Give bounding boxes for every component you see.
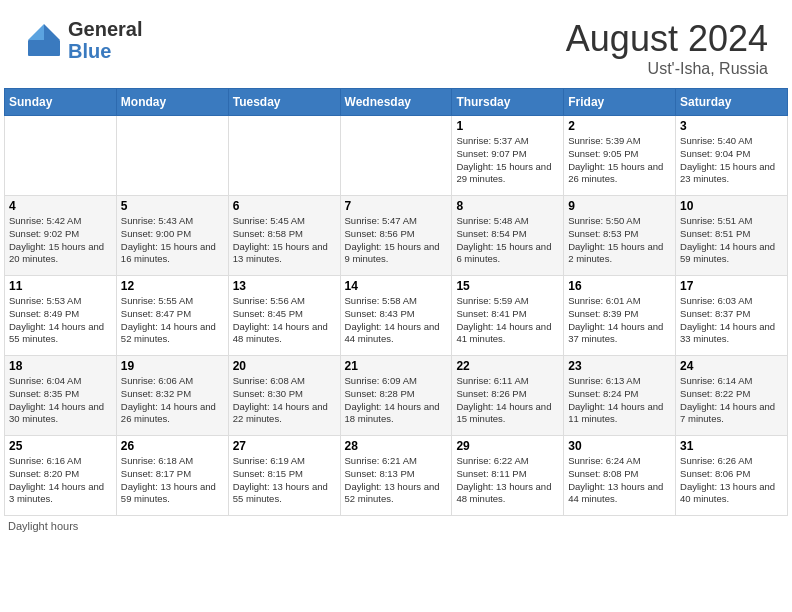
day-number: 24: [680, 359, 783, 373]
calendar-cell: 6Sunrise: 5:45 AM Sunset: 8:58 PM Daylig…: [228, 196, 340, 276]
footer-note: Daylight hours: [0, 516, 792, 536]
calendar-cell: 1Sunrise: 5:37 AM Sunset: 9:07 PM Daylig…: [452, 116, 564, 196]
day-number: 15: [456, 279, 559, 293]
page-header: General Blue August 2024 Ust'-Isha, Russ…: [0, 0, 792, 88]
calendar-cell: 8Sunrise: 5:48 AM Sunset: 8:54 PM Daylig…: [452, 196, 564, 276]
day-number: 7: [345, 199, 448, 213]
day-info: Sunrise: 5:45 AM Sunset: 8:58 PM Dayligh…: [233, 215, 336, 266]
calendar-day-header: Tuesday: [228, 89, 340, 116]
day-info: Sunrise: 5:47 AM Sunset: 8:56 PM Dayligh…: [345, 215, 448, 266]
calendar-day-header: Friday: [564, 89, 676, 116]
day-number: 26: [121, 439, 224, 453]
calendar-day-header: Sunday: [5, 89, 117, 116]
logo-text: General Blue: [68, 18, 142, 62]
day-info: Sunrise: 5:43 AM Sunset: 9:00 PM Dayligh…: [121, 215, 224, 266]
calendar-cell: 25Sunrise: 6:16 AM Sunset: 8:20 PM Dayli…: [5, 436, 117, 516]
day-info: Sunrise: 6:24 AM Sunset: 8:08 PM Dayligh…: [568, 455, 671, 506]
logo-icon: [24, 20, 64, 60]
day-info: Sunrise: 6:09 AM Sunset: 8:28 PM Dayligh…: [345, 375, 448, 426]
day-info: Sunrise: 6:11 AM Sunset: 8:26 PM Dayligh…: [456, 375, 559, 426]
day-info: Sunrise: 6:22 AM Sunset: 8:11 PM Dayligh…: [456, 455, 559, 506]
day-number: 5: [121, 199, 224, 213]
day-info: Sunrise: 5:58 AM Sunset: 8:43 PM Dayligh…: [345, 295, 448, 346]
calendar-cell: 27Sunrise: 6:19 AM Sunset: 8:15 PM Dayli…: [228, 436, 340, 516]
calendar-cell: 16Sunrise: 6:01 AM Sunset: 8:39 PM Dayli…: [564, 276, 676, 356]
logo: General Blue: [24, 18, 142, 62]
day-info: Sunrise: 6:04 AM Sunset: 8:35 PM Dayligh…: [9, 375, 112, 426]
day-number: 10: [680, 199, 783, 213]
day-number: 17: [680, 279, 783, 293]
calendar-cell: 31Sunrise: 6:26 AM Sunset: 8:06 PM Dayli…: [676, 436, 788, 516]
day-info: Sunrise: 5:55 AM Sunset: 8:47 PM Dayligh…: [121, 295, 224, 346]
day-number: 11: [9, 279, 112, 293]
day-info: Sunrise: 6:06 AM Sunset: 8:32 PM Dayligh…: [121, 375, 224, 426]
calendar-day-header: Saturday: [676, 89, 788, 116]
day-number: 23: [568, 359, 671, 373]
day-number: 25: [9, 439, 112, 453]
calendar-cell: 21Sunrise: 6:09 AM Sunset: 8:28 PM Dayli…: [340, 356, 452, 436]
day-number: 9: [568, 199, 671, 213]
day-info: Sunrise: 6:03 AM Sunset: 8:37 PM Dayligh…: [680, 295, 783, 346]
day-info: Sunrise: 5:53 AM Sunset: 8:49 PM Dayligh…: [9, 295, 112, 346]
calendar-cell: [116, 116, 228, 196]
day-number: 18: [9, 359, 112, 373]
day-number: 27: [233, 439, 336, 453]
svg-marker-0: [44, 24, 60, 40]
calendar-cell: 7Sunrise: 5:47 AM Sunset: 8:56 PM Daylig…: [340, 196, 452, 276]
calendar-cell: 19Sunrise: 6:06 AM Sunset: 8:32 PM Dayli…: [116, 356, 228, 436]
day-number: 3: [680, 119, 783, 133]
day-number: 8: [456, 199, 559, 213]
calendar-cell: 15Sunrise: 5:59 AM Sunset: 8:41 PM Dayli…: [452, 276, 564, 356]
location: Ust'-Isha, Russia: [566, 60, 768, 78]
logo-blue-text: Blue: [68, 40, 142, 62]
day-number: 4: [9, 199, 112, 213]
calendar-cell: 24Sunrise: 6:14 AM Sunset: 8:22 PM Dayli…: [676, 356, 788, 436]
calendar-cell: 9Sunrise: 5:50 AM Sunset: 8:53 PM Daylig…: [564, 196, 676, 276]
day-info: Sunrise: 6:21 AM Sunset: 8:13 PM Dayligh…: [345, 455, 448, 506]
svg-rect-2: [28, 40, 60, 56]
title-section: August 2024 Ust'-Isha, Russia: [566, 18, 768, 78]
calendar-day-header: Thursday: [452, 89, 564, 116]
day-number: 12: [121, 279, 224, 293]
day-info: Sunrise: 5:50 AM Sunset: 8:53 PM Dayligh…: [568, 215, 671, 266]
calendar-week-row: 11Sunrise: 5:53 AM Sunset: 8:49 PM Dayli…: [5, 276, 788, 356]
calendar-cell: 4Sunrise: 5:42 AM Sunset: 9:02 PM Daylig…: [5, 196, 117, 276]
calendar-day-header: Wednesday: [340, 89, 452, 116]
calendar-cell: 2Sunrise: 5:39 AM Sunset: 9:05 PM Daylig…: [564, 116, 676, 196]
day-info: Sunrise: 6:01 AM Sunset: 8:39 PM Dayligh…: [568, 295, 671, 346]
day-number: 21: [345, 359, 448, 373]
calendar-cell: 17Sunrise: 6:03 AM Sunset: 8:37 PM Dayli…: [676, 276, 788, 356]
calendar-cell: 28Sunrise: 6:21 AM Sunset: 8:13 PM Dayli…: [340, 436, 452, 516]
day-info: Sunrise: 5:39 AM Sunset: 9:05 PM Dayligh…: [568, 135, 671, 186]
day-info: Sunrise: 6:19 AM Sunset: 8:15 PM Dayligh…: [233, 455, 336, 506]
day-info: Sunrise: 6:16 AM Sunset: 8:20 PM Dayligh…: [9, 455, 112, 506]
calendar-cell: 11Sunrise: 5:53 AM Sunset: 8:49 PM Dayli…: [5, 276, 117, 356]
calendar-week-row: 1Sunrise: 5:37 AM Sunset: 9:07 PM Daylig…: [5, 116, 788, 196]
day-number: 29: [456, 439, 559, 453]
day-info: Sunrise: 5:51 AM Sunset: 8:51 PM Dayligh…: [680, 215, 783, 266]
day-number: 22: [456, 359, 559, 373]
calendar-week-row: 18Sunrise: 6:04 AM Sunset: 8:35 PM Dayli…: [5, 356, 788, 436]
daylight-note: Daylight hours: [8, 520, 78, 532]
calendar-cell: 18Sunrise: 6:04 AM Sunset: 8:35 PM Dayli…: [5, 356, 117, 436]
day-number: 31: [680, 439, 783, 453]
calendar-cell: 10Sunrise: 5:51 AM Sunset: 8:51 PM Dayli…: [676, 196, 788, 276]
day-info: Sunrise: 6:08 AM Sunset: 8:30 PM Dayligh…: [233, 375, 336, 426]
day-info: Sunrise: 6:26 AM Sunset: 8:06 PM Dayligh…: [680, 455, 783, 506]
calendar-cell: 29Sunrise: 6:22 AM Sunset: 8:11 PM Dayli…: [452, 436, 564, 516]
day-number: 2: [568, 119, 671, 133]
calendar-cell: 23Sunrise: 6:13 AM Sunset: 8:24 PM Dayli…: [564, 356, 676, 436]
calendar-cell: [228, 116, 340, 196]
day-info: Sunrise: 5:40 AM Sunset: 9:04 PM Dayligh…: [680, 135, 783, 186]
calendar-cell: [340, 116, 452, 196]
calendar-cell: 3Sunrise: 5:40 AM Sunset: 9:04 PM Daylig…: [676, 116, 788, 196]
day-number: 28: [345, 439, 448, 453]
calendar-table: SundayMondayTuesdayWednesdayThursdayFrid…: [4, 88, 788, 516]
calendar-cell: 30Sunrise: 6:24 AM Sunset: 8:08 PM Dayli…: [564, 436, 676, 516]
day-info: Sunrise: 5:42 AM Sunset: 9:02 PM Dayligh…: [9, 215, 112, 266]
day-info: Sunrise: 6:18 AM Sunset: 8:17 PM Dayligh…: [121, 455, 224, 506]
day-number: 6: [233, 199, 336, 213]
svg-marker-1: [28, 24, 44, 40]
month-title: August 2024: [566, 18, 768, 60]
calendar-cell: 13Sunrise: 5:56 AM Sunset: 8:45 PM Dayli…: [228, 276, 340, 356]
